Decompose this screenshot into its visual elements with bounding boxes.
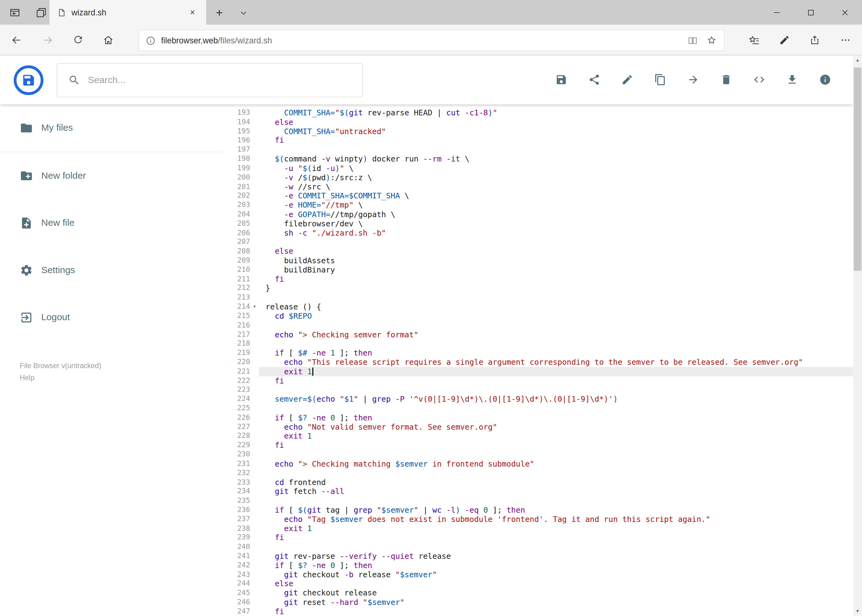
- code-line[interactable]: 215 cd $REPO: [222, 311, 853, 321]
- fold-marker-icon[interactable]: ▾: [250, 302, 259, 311]
- sidebar-item-settings[interactable]: Settings: [0, 247, 222, 294]
- site-info-icon[interactable]: [145, 35, 155, 45]
- code-line[interactable]: 235: [222, 496, 853, 505]
- code-line[interactable]: 216: [222, 321, 853, 330]
- code-line[interactable]: 203 -e HOME="//tmp" \: [222, 201, 853, 210]
- code-line[interactable]: 240: [222, 542, 853, 552]
- forward-button[interactable]: [37, 29, 59, 51]
- code-line[interactable]: 217 echo "> Checking semver format": [222, 330, 853, 339]
- edit-button[interactable]: [616, 69, 638, 90]
- code-line[interactable]: 247 fi: [222, 607, 853, 616]
- code-line[interactable]: 236 if [ $(git tag | grep "$semver" | wc…: [222, 505, 853, 514]
- code-line[interactable]: 244 else: [222, 580, 853, 589]
- code-line[interactable]: 209 buildAssets: [222, 256, 853, 265]
- home-button[interactable]: [97, 29, 119, 51]
- more-options-button[interactable]: [835, 29, 856, 51]
- code-line[interactable]: 229 fi: [222, 441, 853, 450]
- search-box[interactable]: [57, 63, 363, 97]
- code-line[interactable]: 237 echo "Tag $semver does not exist in …: [222, 514, 853, 524]
- favorite-star-button[interactable]: [702, 31, 721, 50]
- browser-tab[interactable]: wizard.sh ×: [50, 0, 206, 25]
- move-button[interactable]: [682, 69, 704, 90]
- maximize-button[interactable]: [794, 0, 828, 25]
- scroll-down-button[interactable]: ▼: [853, 607, 862, 616]
- code-line[interactable]: 230: [222, 450, 853, 459]
- code-line[interactable]: 220 echo "This release script requires a…: [222, 358, 853, 367]
- copy-button[interactable]: [649, 69, 671, 90]
- tab-preview-toggle-button[interactable]: [233, 2, 254, 23]
- code-line[interactable]: 199 -u "$(id -u)" \: [222, 163, 853, 173]
- code-line[interactable]: 218: [222, 339, 853, 349]
- code-line[interactable]: 211 fi: [222, 275, 853, 284]
- code-line[interactable]: 205 filebrowser/dev \: [222, 219, 853, 228]
- vertical-scrollbar[interactable]: ▲ ▼: [853, 55, 862, 616]
- download-button[interactable]: [781, 69, 803, 90]
- code-line[interactable]: 232: [222, 468, 853, 478]
- code-line[interactable]: 238 exit 1: [222, 524, 853, 533]
- code-line[interactable]: 246 git reset --hard "$semver": [222, 598, 853, 607]
- code-line[interactable]: 214▾release () {: [222, 302, 853, 311]
- sidebar-item-my-files[interactable]: My files: [0, 104, 222, 152]
- code-line[interactable]: 241 git rev-parse --verify --quiet relea…: [222, 552, 853, 561]
- code-line[interactable]: 225: [222, 404, 853, 413]
- close-button[interactable]: [828, 0, 862, 25]
- address-bar[interactable]: filebrowser.web/files/wizard.sh: [139, 30, 725, 51]
- code-line[interactable]: 243 git checkout -b release "$semver": [222, 570, 853, 580]
- code-line[interactable]: 206 sh -c "./wizard.sh -b": [222, 228, 853, 237]
- set-tabs-aside-button[interactable]: [6, 3, 24, 22]
- code-line[interactable]: 234 git fetch --all: [222, 487, 853, 496]
- code-line[interactable]: 223: [222, 385, 853, 394]
- scrollbar-thumb[interactable]: [854, 68, 861, 271]
- app-logo[interactable]: [14, 66, 43, 95]
- tab-close-button[interactable]: ×: [185, 5, 199, 19]
- tabs-aside-list-button[interactable]: [32, 3, 51, 22]
- sidebar-item-new-folder[interactable]: New folder: [0, 152, 222, 200]
- code-view-button[interactable]: [748, 69, 770, 90]
- back-button[interactable]: [6, 29, 27, 51]
- code-line[interactable]: 227 echo "Not valid semver format. See s…: [222, 422, 853, 432]
- code-line[interactable]: 213: [222, 293, 853, 302]
- code-line[interactable]: 210 buildBinary: [222, 265, 853, 274]
- new-tab-button[interactable]: +: [209, 2, 230, 23]
- web-note-button[interactable]: [773, 29, 795, 51]
- search-input[interactable]: [88, 75, 354, 86]
- sidebar-item-new-file[interactable]: New file: [0, 199, 222, 247]
- code-line[interactable]: 233 cd frontend: [222, 478, 853, 487]
- code-line[interactable]: 208 else: [222, 247, 853, 256]
- code-line[interactable]: 194 else: [222, 118, 853, 127]
- share-page-button[interactable]: [804, 29, 826, 51]
- delete-button[interactable]: [715, 69, 737, 90]
- code-line[interactable]: 219 if [ $# -ne 1 ]; then: [222, 349, 853, 358]
- scroll-up-button[interactable]: ▲: [853, 55, 862, 64]
- code-line[interactable]: 212}: [222, 284, 853, 293]
- code-line[interactable]: 195 COMMIT_SHA="untracked": [222, 127, 853, 136]
- code-line[interactable]: 202 -e COMMIT_SHA=$COMMIT_SHA \: [222, 191, 853, 201]
- sidebar-item-logout[interactable]: Logout: [0, 294, 222, 341]
- code-line[interactable]: 245 git checkout release: [222, 589, 853, 598]
- code-line[interactable]: 222 fi: [222, 376, 853, 385]
- code-line[interactable]: 239 fi: [222, 533, 853, 542]
- info-button[interactable]: [814, 69, 836, 90]
- code-line[interactable]: 201 -w //src \: [222, 182, 853, 191]
- help-link[interactable]: Help: [20, 374, 101, 382]
- hub-favorites-button[interactable]: [742, 29, 764, 51]
- code-line[interactable]: 228 exit 1: [222, 432, 853, 441]
- code-line[interactable]: 197: [222, 145, 853, 154]
- code-line[interactable]: 221 exit 1: [222, 367, 853, 376]
- code-line[interactable]: 231 echo "> Checking matching $semver in…: [222, 459, 853, 468]
- code-line[interactable]: 226 if [ $? -ne 0 ]; then: [222, 413, 853, 422]
- refresh-button[interactable]: [67, 29, 89, 51]
- code-line[interactable]: 207: [222, 237, 853, 247]
- code-line[interactable]: 200 -v /$(pwd):/src:z \: [222, 173, 853, 182]
- reading-view-button[interactable]: [683, 31, 702, 50]
- code-line[interactable]: 242 if [ $? -ne 0 ]; then: [222, 561, 853, 570]
- code-line[interactable]: 204 -e GOPATH=//tmp/gopath \: [222, 210, 853, 219]
- code-line[interactable]: 193 COMMIT_SHA="$(git rev-parse HEAD | c…: [222, 108, 853, 118]
- share-button[interactable]: [583, 69, 605, 90]
- code-editor[interactable]: 193 COMMIT_SHA="$(git rev-parse HEAD | c…: [222, 104, 853, 616]
- code-line[interactable]: 196 fi: [222, 136, 853, 145]
- code-line[interactable]: 198 $(command -v winpty) docker run --rm…: [222, 154, 853, 163]
- save-button[interactable]: [550, 69, 572, 90]
- code-line[interactable]: 224 semver=$(echo "$1" | grep -P '^v(0|[…: [222, 394, 853, 404]
- minimize-button[interactable]: [760, 0, 794, 25]
